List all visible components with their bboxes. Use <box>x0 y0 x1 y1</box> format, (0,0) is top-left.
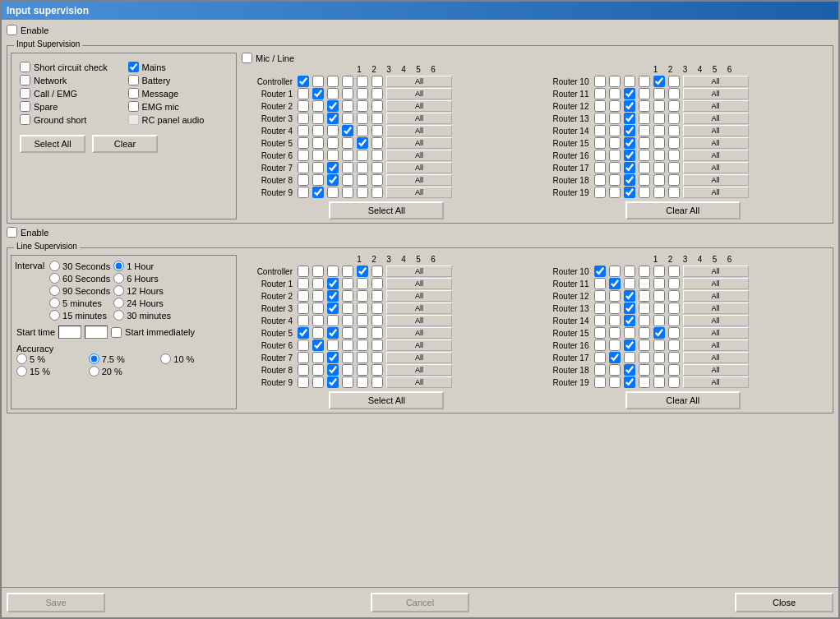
router-checkbox-4[interactable] <box>639 352 650 363</box>
router-checkbox-4[interactable] <box>342 137 353 149</box>
router-checkbox-6[interactable] <box>372 76 383 87</box>
router-checkbox-1[interactable] <box>594 187 606 198</box>
router-checkbox-4[interactable] <box>639 100 650 112</box>
router-checkbox-3[interactable] <box>624 88 635 99</box>
router-checkbox-6[interactable] <box>372 100 383 112</box>
router-checkbox-6[interactable] <box>668 364 680 376</box>
router-checkbox-2[interactable] <box>312 88 324 99</box>
cancel-button[interactable]: Cancel <box>371 593 469 612</box>
router-checkbox-3[interactable] <box>624 76 635 87</box>
router-all-button[interactable]: All <box>386 266 452 277</box>
router-checkbox-5[interactable] <box>653 162 665 173</box>
router-checkbox-5[interactable] <box>653 88 665 99</box>
router-checkbox-6[interactable] <box>372 137 383 149</box>
router-checkbox-1[interactable] <box>298 162 309 173</box>
router-checkbox-5[interactable] <box>357 352 368 363</box>
router-checkbox-5[interactable] <box>357 315 368 326</box>
router-checkbox-2[interactable] <box>609 150 621 161</box>
router-checkbox-4[interactable] <box>639 88 650 99</box>
router-checkbox-1[interactable] <box>594 340 606 351</box>
router-checkbox-2[interactable] <box>312 125 324 136</box>
router-checkbox-3[interactable] <box>327 327 339 339</box>
router-checkbox-1[interactable] <box>298 174 309 186</box>
router-all-button[interactable]: All <box>683 327 749 339</box>
router-checkbox-1[interactable] <box>594 278 606 289</box>
radio-15min[interactable] <box>49 310 60 321</box>
router-checkbox-6[interactable] <box>372 88 383 99</box>
router-checkbox-3[interactable] <box>327 150 339 161</box>
router-all-button[interactable]: All <box>386 76 452 87</box>
router-checkbox-3[interactable] <box>327 125 339 136</box>
router-checkbox-1[interactable] <box>594 88 606 99</box>
router-checkbox-3[interactable] <box>327 162 339 173</box>
router-all-button[interactable]: All <box>386 290 452 302</box>
router-all-button[interactable]: All <box>386 113 452 124</box>
router-checkbox-6[interactable] <box>668 303 680 314</box>
checkbox-ground_short[interactable] <box>20 114 30 125</box>
router-checkbox-6[interactable] <box>372 376 383 388</box>
router-checkbox-4[interactable] <box>639 303 650 314</box>
router-checkbox-3[interactable] <box>624 150 635 161</box>
router-checkbox-5[interactable] <box>357 278 368 289</box>
select-all-checks-button[interactable]: Select All <box>20 135 85 153</box>
router-checkbox-1[interactable] <box>298 364 309 376</box>
router-checkbox-2[interactable] <box>609 303 621 314</box>
router-checkbox-6[interactable] <box>668 290 680 302</box>
router-all-button[interactable]: All <box>386 315 452 326</box>
router-all-button[interactable]: All <box>386 327 452 339</box>
router-all-button[interactable]: All <box>386 162 452 173</box>
router-checkbox-4[interactable] <box>639 266 650 277</box>
router-checkbox-5[interactable] <box>357 113 368 124</box>
router-checkbox-1[interactable] <box>594 266 606 277</box>
router-checkbox-1[interactable] <box>298 150 309 161</box>
radio-6hours[interactable] <box>113 273 124 284</box>
router-checkbox-5[interactable] <box>653 76 665 87</box>
router-checkbox-1[interactable] <box>298 100 309 112</box>
router-checkbox-1[interactable] <box>594 376 606 388</box>
router-checkbox-4[interactable] <box>342 303 353 314</box>
router-checkbox-4[interactable] <box>639 76 650 87</box>
router-checkbox-1[interactable] <box>594 290 606 302</box>
router-all-button[interactable]: All <box>683 315 749 326</box>
router-checkbox-6[interactable] <box>668 162 680 173</box>
router-checkbox-4[interactable] <box>342 352 353 363</box>
router-checkbox-6[interactable] <box>668 315 680 326</box>
router-checkbox-6[interactable] <box>668 187 680 198</box>
router-checkbox-3[interactable] <box>624 364 635 376</box>
router-all-button[interactable]: All <box>683 266 749 277</box>
router-checkbox-5[interactable] <box>357 150 368 161</box>
router-checkbox-5[interactable] <box>653 315 665 326</box>
clear-checks-button[interactable]: Clear <box>92 135 158 153</box>
radio-24hours[interactable] <box>113 298 124 308</box>
router-checkbox-2[interactable] <box>609 174 621 186</box>
router-checkbox-3[interactable] <box>327 76 339 87</box>
router-checkbox-6[interactable] <box>372 364 383 376</box>
router-checkbox-2[interactable] <box>609 340 621 351</box>
router-checkbox-5[interactable] <box>357 303 368 314</box>
router-checkbox-6[interactable] <box>668 278 680 289</box>
radio-5pct[interactable] <box>16 353 27 364</box>
router-checkbox-1[interactable] <box>298 278 309 289</box>
router-checkbox-6[interactable] <box>668 125 680 136</box>
router-checkbox-2[interactable] <box>609 278 621 289</box>
router-checkbox-5[interactable] <box>653 340 665 351</box>
router-checkbox-4[interactable] <box>342 327 353 339</box>
router-all-button[interactable]: All <box>386 137 452 149</box>
router-checkbox-2[interactable] <box>312 113 324 124</box>
router-checkbox-4[interactable] <box>342 266 353 277</box>
radio-60sec[interactable] <box>49 273 60 284</box>
router-checkbox-5[interactable] <box>653 278 665 289</box>
router-checkbox-1[interactable] <box>298 76 309 87</box>
router-checkbox-5[interactable] <box>653 303 665 314</box>
router-checkbox-3[interactable] <box>624 266 635 277</box>
router-all-button[interactable]: All <box>683 150 749 161</box>
router-checkbox-1[interactable] <box>594 125 606 136</box>
router-checkbox-1[interactable] <box>298 327 309 339</box>
router-checkbox-3[interactable] <box>624 290 635 302</box>
router-checkbox-5[interactable] <box>653 327 665 339</box>
radio-12hours[interactable] <box>113 285 124 296</box>
router-checkbox-3[interactable] <box>327 340 339 351</box>
router-checkbox-1[interactable] <box>298 88 309 99</box>
router-all-button[interactable]: All <box>683 76 749 87</box>
router-checkbox-2[interactable] <box>312 266 324 277</box>
